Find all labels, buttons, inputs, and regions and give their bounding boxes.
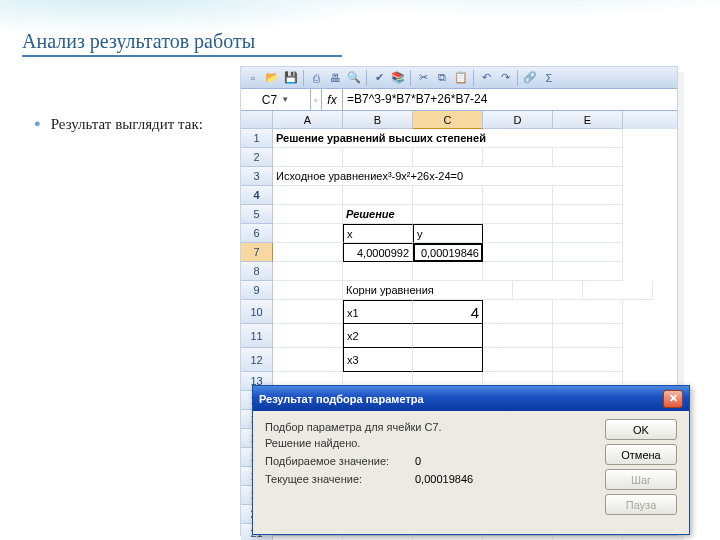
row-header[interactable]: 8 (241, 262, 273, 281)
permission-icon[interactable]: ⎙ (308, 70, 324, 86)
print-icon[interactable]: 🖶 (327, 70, 343, 86)
cell[interactable] (413, 324, 483, 348)
cell[interactable]: x3 (343, 348, 413, 372)
dropdown-icon[interactable]: ▼ (281, 95, 289, 104)
col-header-a[interactable]: A (273, 111, 343, 129)
cell[interactable] (273, 281, 343, 300)
cell[interactable] (553, 262, 623, 281)
cell[interactable] (553, 224, 623, 243)
cell[interactable]: x1 (343, 300, 413, 324)
preview-icon[interactable]: 🔍 (346, 70, 362, 86)
cell[interactable] (483, 148, 553, 167)
cell[interactable] (413, 186, 483, 205)
separator (303, 70, 304, 86)
cell[interactable] (553, 348, 623, 372)
cell[interactable] (483, 348, 553, 372)
redo-icon[interactable]: ↷ (497, 70, 513, 86)
row-header[interactable]: 4 (241, 186, 273, 205)
cell[interactable] (483, 186, 553, 205)
row-header[interactable]: 2 (241, 148, 273, 167)
cell[interactable]: 4 (413, 300, 483, 324)
cell[interactable] (483, 324, 553, 348)
cell[interactable]: Решение уравнений высших степеней (273, 129, 623, 148)
cell-selected[interactable]: 0,00019846 (413, 243, 483, 262)
cell[interactable]: 4,0000992 (343, 243, 413, 262)
cut-icon[interactable]: ✂ (415, 70, 431, 86)
cell[interactable] (343, 262, 413, 281)
research-icon[interactable]: 📚 (390, 70, 406, 86)
cell[interactable] (583, 281, 653, 300)
separator (517, 70, 518, 86)
fx-icon[interactable]: fx (321, 89, 343, 110)
open-icon[interactable]: 📂 (264, 70, 280, 86)
name-box[interactable]: C7 ▼ (241, 89, 311, 110)
ok-button[interactable]: OK (605, 419, 677, 440)
dialog-titlebar[interactable]: Результат подбора параметра ✕ (253, 386, 689, 411)
cell[interactable] (413, 348, 483, 372)
cell[interactable] (413, 205, 483, 224)
col-header-d[interactable]: D (483, 111, 553, 129)
cell[interactable]: Корни уравнения (343, 281, 513, 300)
cell[interactable]: Решение (343, 205, 413, 224)
close-icon[interactable]: ✕ (663, 390, 683, 408)
cell[interactable] (343, 186, 413, 205)
cell[interactable] (483, 262, 553, 281)
separator (366, 70, 367, 86)
col-header-e[interactable]: E (553, 111, 623, 129)
row-header[interactable]: 6 (241, 224, 273, 243)
spell-icon[interactable]: ✔ (371, 70, 387, 86)
cell[interactable] (273, 300, 343, 324)
row-header[interactable]: 1 (241, 129, 273, 148)
cell[interactable]: x2 (343, 324, 413, 348)
new-icon[interactable]: ▫ (245, 70, 261, 86)
cell[interactable] (413, 262, 483, 281)
column-headers: A B C D E (241, 111, 677, 129)
cell[interactable]: Исходное уравнениеx³-9x²+26x-24=0 (273, 167, 623, 186)
cell[interactable] (273, 243, 343, 262)
cell[interactable] (273, 324, 343, 348)
col-header-b[interactable]: B (343, 111, 413, 129)
cell[interactable] (553, 243, 623, 262)
row-header[interactable]: 10 (241, 300, 273, 324)
formula-bar[interactable]: =B7^3-9*B7*B7+26*B7-24 (343, 89, 677, 110)
copy-icon[interactable]: ⧉ (434, 70, 450, 86)
cell[interactable] (553, 148, 623, 167)
save-icon[interactable]: 💾 (283, 70, 299, 86)
row-header[interactable]: 5 (241, 205, 273, 224)
cell[interactable] (553, 300, 623, 324)
cell[interactable] (273, 348, 343, 372)
cell[interactable] (553, 186, 623, 205)
row-header[interactable]: 11 (241, 324, 273, 348)
cell[interactable] (513, 281, 583, 300)
cell[interactable] (483, 205, 553, 224)
cell[interactable] (273, 205, 343, 224)
select-all-corner[interactable] (241, 111, 273, 129)
cell[interactable] (483, 300, 553, 324)
cell[interactable]: y (413, 224, 483, 243)
undo-icon[interactable]: ↶ (478, 70, 494, 86)
row-header[interactable]: 7 (241, 243, 273, 262)
sum-icon[interactable]: Σ (541, 70, 557, 86)
col-header-c[interactable]: C (413, 111, 483, 129)
target-value: 0 (415, 455, 421, 467)
cell[interactable] (273, 148, 343, 167)
cell[interactable] (553, 324, 623, 348)
cell[interactable] (553, 205, 623, 224)
selection-handle-icon: ◦ (311, 89, 321, 110)
cell[interactable] (483, 243, 553, 262)
paste-icon[interactable]: 📋 (453, 70, 469, 86)
cell[interactable] (273, 224, 343, 243)
cell[interactable] (483, 224, 553, 243)
slide-title: Анализ результатов работы (22, 30, 342, 57)
pause-button: Пауза (605, 494, 677, 515)
row-header[interactable]: 9 (241, 281, 273, 300)
cell[interactable]: x (343, 224, 413, 243)
cell[interactable] (273, 262, 343, 281)
cancel-button[interactable]: Отмена (605, 444, 677, 465)
cell[interactable] (343, 148, 413, 167)
row-header[interactable]: 12 (241, 348, 273, 372)
row-header[interactable]: 3 (241, 167, 273, 186)
cell[interactable] (273, 186, 343, 205)
cell[interactable] (413, 148, 483, 167)
link-icon[interactable]: 🔗 (522, 70, 538, 86)
